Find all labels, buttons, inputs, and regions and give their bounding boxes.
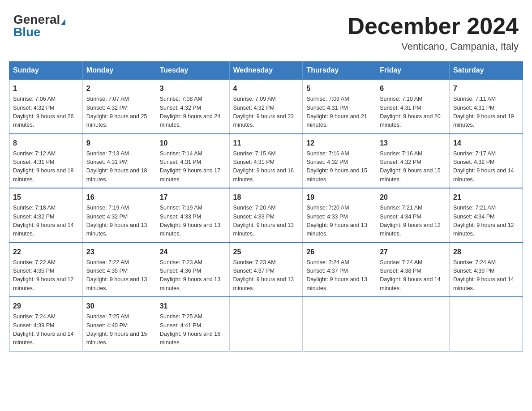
day-number: 15 [13,192,79,203]
day-number: 27 [380,247,446,257]
calendar-cell: 22 Sunrise: 7:22 AM Sunset: 4:35 PM Dayl… [9,243,83,297]
day-number: 30 [86,301,152,312]
day-info: Sunrise: 7:23 AM Sunset: 4:36 PM Dayligh… [160,258,226,293]
calendar-cell: 31 Sunrise: 7:25 AM Sunset: 4:41 PM Dayl… [156,297,229,351]
day-info: Sunrise: 7:19 AM Sunset: 4:32 PM Dayligh… [86,204,152,239]
calendar-cell [450,297,523,351]
week-row-4: 22 Sunrise: 7:22 AM Sunset: 4:35 PM Dayl… [9,243,523,297]
day-info: Sunrise: 7:18 AM Sunset: 4:32 PM Dayligh… [13,204,79,239]
week-row-5: 29 Sunrise: 7:24 AM Sunset: 4:39 PM Dayl… [9,297,523,351]
calendar-cell: 11 Sunrise: 7:15 AM Sunset: 4:31 PM Dayl… [229,134,303,188]
calendar-cell: 23 Sunrise: 7:22 AM Sunset: 4:35 PM Dayl… [82,243,156,297]
weekday-header-thursday: Thursday [303,62,376,80]
title-section: December 2024 Venticano, Campania, Italy [348,13,519,52]
day-info: Sunrise: 7:14 AM Sunset: 4:31 PM Dayligh… [160,150,226,184]
day-info: Sunrise: 7:20 AM Sunset: 4:33 PM Dayligh… [306,204,372,239]
day-info: Sunrise: 7:22 AM Sunset: 4:35 PM Dayligh… [86,258,152,293]
calendar-table: SundayMondayTuesdayWednesdayThursdayFrid… [9,61,523,351]
day-number: 17 [160,192,226,203]
day-number: 24 [160,247,226,257]
logo-general-text: General [13,13,60,26]
day-info: Sunrise: 7:21 AM Sunset: 4:34 PM Dayligh… [380,204,446,239]
day-info: Sunrise: 7:24 AM Sunset: 4:39 PM Dayligh… [453,258,519,293]
day-info: Sunrise: 7:21 AM Sunset: 4:34 PM Dayligh… [453,204,519,239]
day-number: 11 [233,138,299,149]
day-number: 9 [86,138,152,149]
calendar-cell: 5 Sunrise: 7:09 AM Sunset: 4:31 PM Dayli… [303,79,376,134]
day-number: 22 [13,247,79,257]
calendar-cell: 9 Sunrise: 7:13 AM Sunset: 4:31 PM Dayli… [82,134,156,188]
week-row-2: 8 Sunrise: 7:12 AM Sunset: 4:31 PM Dayli… [9,134,523,188]
calendar-cell: 18 Sunrise: 7:20 AM Sunset: 4:33 PM Dayl… [229,188,303,243]
day-number: 4 [233,83,299,94]
weekday-header-row: SundayMondayTuesdayWednesdayThursdayFrid… [9,62,523,80]
calendar-cell: 1 Sunrise: 7:06 AM Sunset: 4:32 PM Dayli… [9,79,83,134]
day-number: 3 [160,83,226,94]
day-number: 18 [233,192,299,203]
month-title: December 2024 [348,13,519,39]
day-info: Sunrise: 7:23 AM Sunset: 4:37 PM Dayligh… [233,258,299,293]
calendar-cell [376,297,450,351]
day-info: Sunrise: 7:24 AM Sunset: 4:37 PM Dayligh… [306,258,372,293]
calendar-cell: 14 Sunrise: 7:17 AM Sunset: 4:32 PM Dayl… [450,134,523,188]
calendar-cell: 28 Sunrise: 7:24 AM Sunset: 4:39 PM Dayl… [450,243,523,297]
day-number: 19 [306,192,372,203]
calendar-cell: 7 Sunrise: 7:11 AM Sunset: 4:31 PM Dayli… [450,79,523,134]
logo-triangle-icon [61,19,65,25]
day-number: 10 [160,138,226,149]
calendar-cell: 17 Sunrise: 7:19 AM Sunset: 4:33 PM Dayl… [156,188,229,243]
day-info: Sunrise: 7:25 AM Sunset: 4:40 PM Dayligh… [86,313,152,347]
day-info: Sunrise: 7:12 AM Sunset: 4:31 PM Dayligh… [13,150,79,184]
calendar-cell: 20 Sunrise: 7:21 AM Sunset: 4:34 PM Dayl… [376,188,450,243]
day-info: Sunrise: 7:16 AM Sunset: 4:32 PM Dayligh… [306,150,372,184]
calendar-cell [229,297,303,351]
day-number: 21 [453,192,519,203]
calendar-cell: 2 Sunrise: 7:07 AM Sunset: 4:32 PM Dayli… [82,79,156,134]
calendar-cell: 15 Sunrise: 7:18 AM Sunset: 4:32 PM Dayl… [9,188,83,243]
day-info: Sunrise: 7:24 AM Sunset: 4:38 PM Dayligh… [380,258,446,293]
day-info: Sunrise: 7:17 AM Sunset: 4:32 PM Dayligh… [453,150,519,184]
calendar-cell [303,297,376,351]
weekday-header-sunday: Sunday [9,62,83,80]
day-number: 28 [453,247,519,257]
weekday-header-tuesday: Tuesday [156,62,229,80]
weekday-header-wednesday: Wednesday [229,62,303,80]
page-header: General Blue December 2024 Venticano, Ca… [9,9,523,52]
day-number: 14 [453,138,519,149]
weekday-header-saturday: Saturday [450,62,523,80]
calendar-cell: 10 Sunrise: 7:14 AM Sunset: 4:31 PM Dayl… [156,134,229,188]
calendar-cell: 13 Sunrise: 7:16 AM Sunset: 4:32 PM Dayl… [376,134,450,188]
weekday-header-monday: Monday [82,62,156,80]
day-info: Sunrise: 7:09 AM Sunset: 4:32 PM Dayligh… [233,95,299,130]
day-number: 26 [306,247,372,257]
day-info: Sunrise: 7:19 AM Sunset: 4:33 PM Dayligh… [160,204,226,239]
day-number: 23 [86,247,152,257]
calendar-cell: 19 Sunrise: 7:20 AM Sunset: 4:33 PM Dayl… [303,188,376,243]
day-number: 25 [233,247,299,257]
day-number: 13 [380,138,446,149]
calendar-cell: 16 Sunrise: 7:19 AM Sunset: 4:32 PM Dayl… [82,188,156,243]
calendar-cell: 26 Sunrise: 7:24 AM Sunset: 4:37 PM Dayl… [303,243,376,297]
calendar-cell: 29 Sunrise: 7:24 AM Sunset: 4:39 PM Dayl… [9,297,83,351]
day-number: 5 [306,83,372,94]
day-number: 16 [86,192,152,203]
week-row-1: 1 Sunrise: 7:06 AM Sunset: 4:32 PM Dayli… [9,79,523,134]
calendar-cell: 3 Sunrise: 7:08 AM Sunset: 4:32 PM Dayli… [156,79,229,134]
day-info: Sunrise: 7:10 AM Sunset: 4:31 PM Dayligh… [380,95,446,130]
calendar-cell: 21 Sunrise: 7:21 AM Sunset: 4:34 PM Dayl… [450,188,523,243]
day-info: Sunrise: 7:07 AM Sunset: 4:32 PM Dayligh… [86,95,152,130]
day-number: 31 [160,301,226,312]
day-info: Sunrise: 7:20 AM Sunset: 4:33 PM Dayligh… [233,204,299,239]
day-info: Sunrise: 7:25 AM Sunset: 4:41 PM Dayligh… [160,313,226,347]
calendar-cell: 27 Sunrise: 7:24 AM Sunset: 4:38 PM Dayl… [376,243,450,297]
day-info: Sunrise: 7:15 AM Sunset: 4:31 PM Dayligh… [233,150,299,184]
location-text: Venticano, Campania, Italy [348,41,519,52]
day-number: 6 [380,83,446,94]
calendar-cell: 8 Sunrise: 7:12 AM Sunset: 4:31 PM Dayli… [9,134,83,188]
day-number: 12 [306,138,372,149]
calendar-cell: 24 Sunrise: 7:23 AM Sunset: 4:36 PM Dayl… [156,243,229,297]
day-info: Sunrise: 7:24 AM Sunset: 4:39 PM Dayligh… [13,313,79,347]
logo: General Blue [13,13,65,39]
day-number: 29 [13,301,79,312]
calendar-cell: 30 Sunrise: 7:25 AM Sunset: 4:40 PM Dayl… [82,297,156,351]
